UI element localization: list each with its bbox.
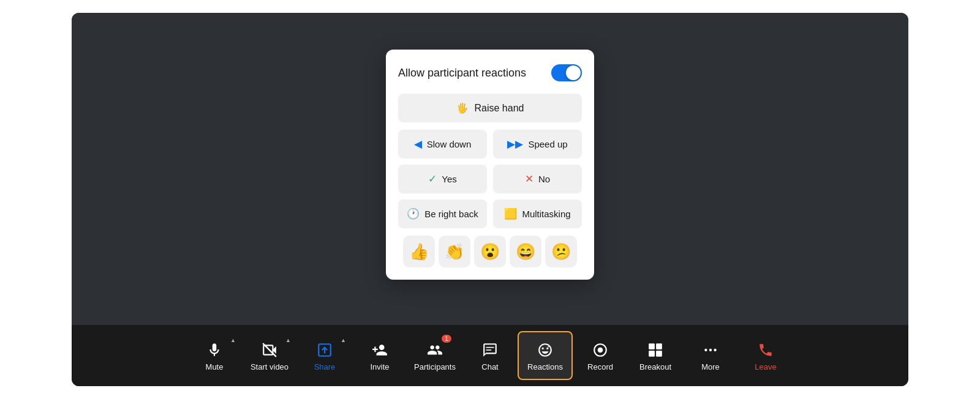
reactions-icon: + bbox=[537, 340, 553, 360]
be-right-back-label: Be right back bbox=[424, 209, 478, 219]
wow-emoji-button[interactable]: 😮 bbox=[474, 236, 506, 267]
yes-button[interactable]: ✓ Yes bbox=[398, 165, 487, 193]
yes-icon: ✓ bbox=[428, 173, 437, 185]
svg-text:+: + bbox=[547, 343, 550, 349]
sad-emoji-button[interactable]: 😕 bbox=[545, 236, 577, 267]
mute-label: Mute bbox=[206, 362, 224, 371]
share-chevron: ▲ bbox=[341, 337, 346, 343]
raise-hand-label: Raise hand bbox=[475, 103, 524, 114]
mute-icon bbox=[206, 340, 222, 360]
allow-reactions-toggle[interactable] bbox=[551, 64, 582, 81]
svg-rect-10 bbox=[649, 351, 655, 357]
participants-icon bbox=[427, 340, 443, 360]
svg-rect-9 bbox=[656, 343, 662, 349]
raise-hand-icon: 🖐️ bbox=[456, 102, 469, 114]
svg-point-12 bbox=[704, 348, 707, 351]
reactions-button[interactable]: + Reactions bbox=[518, 331, 573, 380]
more-label: More bbox=[701, 362, 720, 371]
record-button[interactable]: Record bbox=[573, 331, 628, 380]
happy-emoji-button[interactable]: 😄 bbox=[510, 236, 541, 267]
no-icon: ✕ bbox=[525, 173, 533, 185]
invite-label: Invite bbox=[370, 362, 389, 371]
share-button[interactable]: ▲ Share bbox=[297, 331, 352, 380]
mute-chevron: ▲ bbox=[230, 337, 236, 343]
mute-button[interactable]: ▲ Mute bbox=[187, 331, 242, 380]
reactions-label: Reactions bbox=[527, 362, 563, 371]
no-label: No bbox=[538, 174, 550, 184]
record-icon bbox=[592, 340, 608, 360]
multitasking-label: Multitasking bbox=[522, 209, 570, 219]
app-window: Allow participant reactions 🖐️ Raise han… bbox=[72, 13, 908, 386]
raise-hand-button[interactable]: 🖐️ Raise hand bbox=[398, 94, 582, 122]
leave-icon bbox=[758, 340, 774, 360]
speed-up-icon: ▶▶ bbox=[507, 138, 523, 151]
clock-icon: 🕐 bbox=[407, 207, 420, 220]
speed-up-label: Speed up bbox=[528, 139, 567, 149]
yes-no-buttons-row: ✓ Yes ✕ No bbox=[398, 165, 582, 193]
chat-label: Chat bbox=[481, 362, 498, 371]
participants-badge: 1 bbox=[442, 335, 451, 343]
status-buttons-row: 🕐 Be right back 🟨 Multitasking bbox=[398, 200, 582, 228]
more-button[interactable]: More bbox=[683, 331, 738, 380]
speed-buttons-row: ◀ Slow down ▶▶ Speed up bbox=[398, 130, 582, 158]
thumbsup-emoji-button[interactable]: 👍 bbox=[403, 236, 435, 267]
main-content: Allow participant reactions 🖐️ Raise han… bbox=[72, 13, 908, 325]
chat-button[interactable]: Chat bbox=[462, 331, 518, 380]
no-button[interactable]: ✕ No bbox=[493, 165, 582, 193]
clap-emoji-button[interactable]: 👏 bbox=[439, 236, 470, 267]
participants-label: Participants bbox=[414, 362, 456, 371]
chat-icon bbox=[482, 340, 498, 360]
breakout-icon bbox=[647, 340, 663, 360]
slow-down-label: Slow down bbox=[427, 139, 472, 149]
participants-button[interactable]: 1 Participants bbox=[407, 331, 462, 380]
multitasking-button[interactable]: 🟨 Multitasking bbox=[493, 200, 582, 228]
invite-button[interactable]: Invite bbox=[352, 331, 407, 380]
yes-label: Yes bbox=[442, 174, 456, 184]
svg-point-14 bbox=[714, 348, 716, 351]
multitasking-icon: 🟨 bbox=[504, 207, 517, 220]
start-video-label: Start video bbox=[251, 362, 288, 371]
svg-point-13 bbox=[709, 348, 712, 351]
emoji-reactions-row: 👍 👏 😮 😄 😕 bbox=[398, 236, 582, 267]
be-right-back-button[interactable]: 🕐 Be right back bbox=[398, 200, 487, 228]
video-chevron: ▲ bbox=[285, 337, 291, 343]
toggle-knob bbox=[566, 65, 581, 80]
speed-up-button[interactable]: ▶▶ Speed up bbox=[493, 130, 582, 158]
share-label: Share bbox=[314, 362, 336, 371]
share-icon bbox=[317, 340, 333, 360]
invite-icon bbox=[372, 340, 388, 360]
popup-header: Allow participant reactions bbox=[398, 64, 582, 81]
reactions-popup: Allow participant reactions 🖐️ Raise han… bbox=[386, 50, 594, 280]
start-video-icon bbox=[262, 340, 277, 360]
svg-rect-11 bbox=[656, 351, 662, 357]
breakout-button[interactable]: Breakout bbox=[628, 331, 683, 380]
svg-rect-8 bbox=[649, 343, 655, 349]
start-video-button[interactable]: ▲ Start video bbox=[242, 331, 297, 380]
toolbar: ▲ Mute ▲ bbox=[72, 325, 908, 386]
leave-button[interactable]: Leave bbox=[738, 331, 793, 380]
breakout-label: Breakout bbox=[639, 362, 671, 371]
leave-label: Leave bbox=[755, 362, 776, 371]
more-icon bbox=[703, 340, 718, 360]
outer-border: Allow participant reactions 🖐️ Raise han… bbox=[0, 0, 980, 399]
slow-down-icon: ◀ bbox=[414, 138, 422, 151]
popup-title: Allow participant reactions bbox=[398, 67, 526, 80]
svg-point-7 bbox=[598, 347, 603, 352]
record-label: Record bbox=[587, 362, 613, 371]
slow-down-button[interactable]: ◀ Slow down bbox=[398, 130, 487, 158]
